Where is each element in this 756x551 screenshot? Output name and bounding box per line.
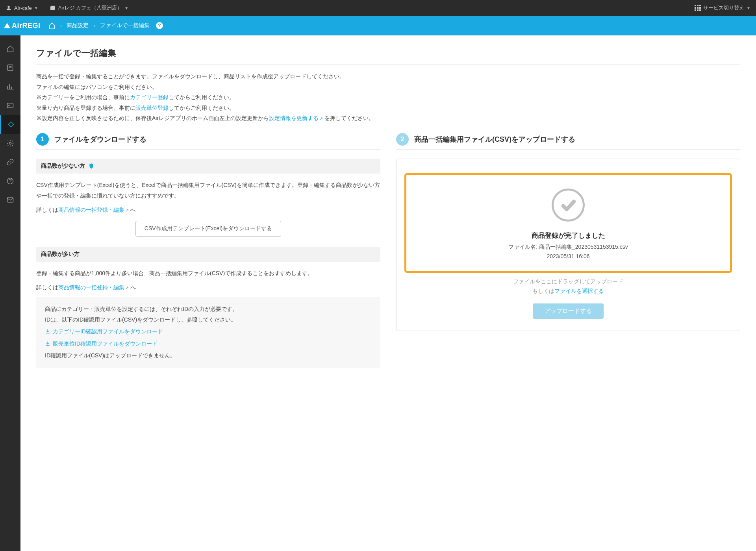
- section-many-label: 商品数が多い方: [36, 247, 380, 262]
- step1-number: 1: [36, 133, 49, 146]
- breadcrumb-sep: ›: [93, 22, 95, 29]
- svg-point-0: [7, 6, 9, 8]
- home-icon[interactable]: [48, 22, 56, 29]
- check-circle-icon: [552, 189, 585, 222]
- download-unit-id-link[interactable]: 販売単位ID確認用ファイルをダウンロード: [45, 338, 372, 349]
- step2-number: 2: [396, 133, 409, 146]
- note-line: ID確認用ファイル(CSV)はアップロードできません。: [45, 350, 372, 361]
- sidebar-home[interactable]: [0, 39, 20, 58]
- section-many-desc: 登録・編集する商品が1,000件より多い場合、商品一括編集用ファイル(CSV)で…: [36, 268, 380, 279]
- drag-hint: ファイルをここにドラッグしてアップロード: [404, 278, 732, 285]
- success-timestamp: 2023/05/31 16:06: [414, 252, 722, 261]
- svg-point-4: [9, 105, 10, 106]
- update-settings-link[interactable]: 設定情報を更新する: [269, 115, 323, 121]
- file-select-link[interactable]: ファイルを選択する: [554, 288, 604, 294]
- category-register-link[interactable]: カテゴリー登録: [130, 94, 169, 100]
- breadcrumb: › 商品設定 › ファイルで一括編集 ?: [48, 22, 163, 29]
- section-few-label: 商品数が少ない方: [36, 159, 380, 174]
- chevron-down-icon: ▼: [124, 6, 128, 10]
- intro-line: ※設定内容を正しく反映させるために、保存後Airレジアプリのホーム画面左上の設定…: [36, 113, 740, 124]
- section-few-desc: CSV作成用テンプレート(Excel)を使うと、Excelで商品一括編集用ファイ…: [36, 180, 380, 201]
- step1-column: 1 ファイルをダウンロードする 商品数が少ない方 CSV作成用テンプレート(Ex…: [36, 133, 380, 368]
- intro-text: 商品を一括で登録・編集することができます。ファイルをダウンロードし、商品リストを…: [36, 71, 740, 124]
- store-icon: [50, 5, 56, 11]
- svg-point-5: [9, 142, 11, 144]
- logo[interactable]: AirREGI: [4, 22, 41, 30]
- upload-success-box: 商品登録が完了しました ファイル名: 商品一括編集_20230531153915…: [404, 173, 732, 273]
- upload-button[interactable]: アップロードする: [533, 303, 604, 319]
- divider: [36, 65, 740, 65]
- sidebar-settings[interactable]: [0, 134, 20, 153]
- service-switch-menu[interactable]: サービス切り替え ▼: [689, 0, 756, 16]
- store-menu[interactable]: Airレジ カフェ（八重洲店） ▼: [44, 0, 134, 16]
- divider: [396, 150, 740, 150]
- upload-area[interactable]: 商品登録が完了しました ファイル名: 商品一括編集_20230531153915…: [396, 159, 740, 331]
- sidebar-analytics[interactable]: [0, 77, 20, 96]
- success-title: 商品登録が完了しました: [414, 231, 722, 240]
- id-note-box: 商品にカテゴリー・販売単位を設定するには、それぞれIDの入力が必要です。 IDは…: [36, 297, 380, 368]
- header-bar: AirREGI › 商品設定 › ファイルで一括編集 ?: [0, 16, 756, 35]
- step2-column: 2 商品一括編集用ファイル(CSV)をアップロードする 商品登録が完了しました …: [396, 133, 740, 368]
- note-line: 商品にカテゴリー・販売単位を設定するには、それぞれIDの入力が必要です。: [45, 304, 372, 314]
- section-many-more: 詳しくは商品情報の一括登録・編集 へ: [36, 282, 380, 293]
- sidebar: [0, 35, 20, 551]
- switch-label: サービス切り替え: [703, 4, 744, 11]
- sidebar-orders[interactable]: [0, 58, 20, 77]
- intro-line: ※量り売り商品を登録する場合、事前に販売単位登録してからご利用ください。: [36, 103, 740, 113]
- sidebar-link[interactable]: [0, 153, 20, 172]
- intro-line: ファイルの編集にはパソコンをご利用ください。: [36, 82, 740, 92]
- main-content: ファイルで一括編集 商品を一括で登録・編集することができます。ファイルをダウンロ…: [20, 35, 756, 551]
- user-icon: [6, 5, 12, 11]
- download-icon: [45, 341, 50, 346]
- svg-rect-3: [7, 103, 13, 108]
- breadcrumb-item[interactable]: 商品設定: [67, 22, 89, 29]
- unit-register-link[interactable]: 販売単位登録: [135, 105, 169, 111]
- logo-text: AirREGI: [12, 22, 41, 30]
- page-title: ファイルで一括編集: [36, 47, 740, 59]
- account-menu[interactable]: Air-cafe ▼: [0, 0, 44, 16]
- apps-grid-icon: [695, 5, 701, 11]
- intro-line: ※カテゴリーをご利用の場合、事前にカテゴリー登録してからご利用ください。: [36, 92, 740, 103]
- logo-icon: [4, 23, 10, 28]
- note-line: IDは、以下のID確認用ファイル(CSV)をダウンロードし、参照してください。: [45, 314, 372, 325]
- svg-rect-1: [50, 7, 55, 10]
- bulk-edit-help-link[interactable]: 商品情報の一括登録・編集: [58, 207, 129, 213]
- divider: [36, 150, 380, 150]
- breadcrumb-current: ファイルで一括編集: [100, 22, 150, 29]
- chevron-down-icon: ▼: [747, 6, 750, 10]
- success-filename: ファイル名: 商品一括編集_20230531153915.csv: [414, 242, 722, 252]
- download-template-button[interactable]: CSV作成用テンプレート(Excel)をダウンロードする: [135, 221, 281, 237]
- store-label: Airレジ カフェ（八重洲店）: [58, 4, 122, 11]
- svg-rect-7: [7, 198, 13, 202]
- sidebar-customers[interactable]: [0, 96, 20, 115]
- chevron-down-icon: ▼: [34, 6, 38, 10]
- sidebar-products[interactable]: [0, 115, 20, 134]
- help-icon[interactable]: ?: [156, 22, 163, 29]
- download-icon: [45, 329, 50, 334]
- section-few-more: 詳しくは商品情報の一括登録・編集 へ: [36, 205, 380, 215]
- account-label: Air-cafe: [14, 5, 32, 11]
- shield-icon: [88, 163, 94, 169]
- download-category-id-link[interactable]: カテゴリーID確認用ファイルをダウンロード: [45, 326, 372, 337]
- sidebar-help[interactable]: [0, 172, 20, 190]
- intro-line: 商品を一括で登録・編集することができます。ファイルをダウンロードし、商品リストを…: [36, 71, 740, 82]
- breadcrumb-sep: ›: [60, 22, 62, 29]
- step1-title: ファイルをダウンロードする: [54, 135, 146, 144]
- step2-title: 商品一括編集用ファイル(CSV)をアップロードする: [414, 135, 575, 144]
- bulk-edit-help-link[interactable]: 商品情報の一括登録・編集: [58, 284, 129, 290]
- top-bar: Air-cafe ▼ Airレジ カフェ（八重洲店） ▼ サービス切り替え ▼: [0, 0, 756, 16]
- drag-hint-2: もしくはファイルを選択する: [404, 288, 732, 295]
- sidebar-mail[interactable]: [0, 190, 20, 209]
